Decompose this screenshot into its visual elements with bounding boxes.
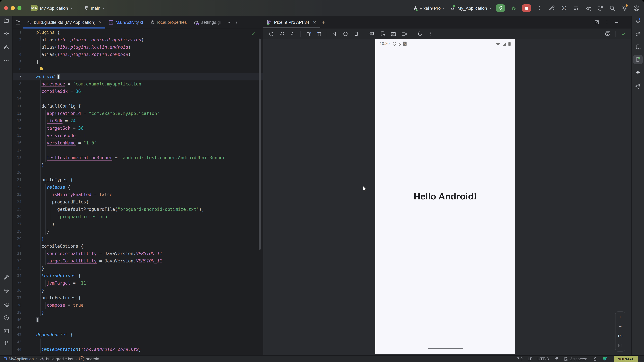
add-device-tab-icon[interactable]: + — [322, 19, 325, 26]
caret-position[interactable]: 7:9 — [517, 357, 522, 361]
code-line[interactable]: 20 — [13, 169, 263, 176]
zoom-actual-size-button[interactable]: 1:1 — [618, 334, 623, 338]
code-line[interactable]: 38 compose = true — [13, 302, 263, 309]
code-line[interactable]: 18 testInstrumentationRunner = "androidx… — [13, 154, 263, 162]
device-settings-icon[interactable] — [378, 30, 387, 38]
code-line[interactable]: 32 targetCompatibility = JavaVersion.VER… — [13, 257, 263, 265]
project-tool-button[interactable] — [13, 16, 23, 28]
code-line[interactable]: 24 proguardFiles( — [13, 198, 263, 206]
code-line[interactable]: 7android { — [13, 73, 263, 80]
code-editor[interactable]: 1plugins {2 alias(libs.plugins.android.a… — [13, 28, 263, 356]
code-line[interactable]: 21 buildTypes { — [13, 176, 263, 184]
zoom-window-button[interactable] — [18, 6, 22, 10]
breadcrumb-module[interactable]: MyApplication — [3, 357, 34, 361]
editor-scrollbar[interactable] — [258, 38, 261, 250]
code-line[interactable]: 22 release { — [13, 184, 263, 191]
rotate-right-icon[interactable] — [314, 30, 323, 38]
notifications-bell-icon[interactable] — [633, 16, 642, 25]
back-icon[interactable] — [330, 30, 339, 38]
code-line[interactable]: 12 applicationId = "com.example.myapplic… — [13, 110, 263, 117]
avatar-icon[interactable] — [632, 4, 640, 12]
code-line[interactable]: 39 } — [13, 309, 263, 317]
commit-icon[interactable] — [2, 29, 11, 38]
code-line[interactable]: 36 } — [13, 287, 263, 294]
indent-widget[interactable]: 2 spaces* — [564, 357, 588, 361]
code-line[interactable]: 9 compileSdk = 36 — [13, 88, 263, 95]
build-icon[interactable] — [548, 4, 556, 12]
logcat-icon[interactable] — [2, 300, 11, 310]
gradle-icon[interactable] — [633, 29, 642, 38]
snippets-icon[interactable] — [368, 30, 376, 38]
reset-icon[interactable] — [416, 30, 424, 38]
file-encoding[interactable]: UTF-8 — [537, 357, 549, 361]
code-line[interactable]: 2 alias(libs.plugins.android.application… — [13, 36, 263, 43]
line-ending[interactable]: LF — [528, 357, 532, 361]
code-line[interactable]: 16 versionName = "1.0" — [13, 139, 263, 147]
code-line[interactable]: 27 ) — [13, 221, 263, 228]
volume-down-icon[interactable] — [288, 30, 297, 38]
ai-off-icon[interactable] — [554, 357, 558, 361]
code-line[interactable]: 13 minSdk = 24 — [13, 117, 263, 125]
zoom-fit-icon[interactable] — [618, 343, 622, 348]
code-line[interactable]: 33 } — [13, 265, 263, 272]
structure-icon[interactable] — [2, 42, 11, 52]
intention-bulb-icon[interactable] — [40, 67, 43, 70]
code-line[interactable]: 23 isMinifyEnabled = false — [13, 191, 263, 198]
code-line[interactable]: 10 — [13, 95, 263, 103]
close-tab-icon[interactable]: ✕ — [98, 20, 102, 25]
search-icon[interactable] — [608, 4, 616, 12]
zoom-in-button[interactable]: + — [619, 315, 622, 319]
close-device-tab-icon[interactable]: ✕ — [313, 20, 316, 25]
rotate-left-icon[interactable] — [304, 30, 312, 38]
close-window-button[interactable] — [4, 6, 8, 10]
inspections-ok-icon[interactable] — [250, 31, 256, 36]
settings-gear-icon[interactable] — [620, 4, 628, 12]
breadcrumb-element[interactable]: λ android — [79, 356, 99, 361]
code-line[interactable]: 1plugins { — [13, 29, 263, 36]
window-controls[interactable] — [4, 6, 22, 10]
unlock-icon[interactable] — [593, 357, 598, 361]
breadcrumb-file[interactable]: build.gradle.kts — [40, 357, 73, 361]
zoom-out-button[interactable]: − — [619, 325, 622, 329]
code-line[interactable]: 17 — [13, 147, 263, 154]
volume-up-icon[interactable] — [278, 30, 286, 38]
profiler-icon[interactable]: A — [560, 4, 568, 12]
code-line[interactable]: 5} — [13, 58, 263, 66]
code-line[interactable]: 19 } — [13, 162, 263, 169]
more-tools-icon[interactable] — [2, 56, 11, 65]
panel-options-kebab-icon[interactable] — [605, 20, 609, 24]
code-line[interactable]: 40} — [13, 317, 263, 324]
gemini-icon[interactable] — [633, 68, 642, 77]
code-line[interactable]: 43 — [13, 339, 263, 346]
vim-mode-badge[interactable]: NORMAL — [614, 356, 638, 362]
emulator-screen[interactable]: 10:20 A — [375, 39, 515, 354]
open-in-window-icon[interactable] — [594, 20, 600, 25]
tab-build-gradle[interactable]: build.gradle.kts (My Application) ✕ — [23, 16, 105, 28]
app-insights-plane-icon[interactable] — [633, 81, 642, 91]
code-line[interactable]: 37 buildFeatures { — [13, 294, 263, 302]
running-devices-icon[interactable] — [633, 55, 642, 64]
code-line[interactable]: 8 namespace = "com.example.myapplication… — [13, 80, 263, 88]
tab-local-properties[interactable]: local.properties — [146, 16, 190, 28]
stop-button[interactable] — [522, 4, 531, 12]
code-line[interactable]: 3 alias(libs.plugins.kotlin.android) — [13, 43, 263, 51]
code-line[interactable]: 4 alias(libs.plugins.kotlin.compose) — [13, 51, 263, 58]
code-line[interactable]: 35 jvmTarget = "11" — [13, 280, 263, 287]
overview-icon[interactable] — [352, 30, 360, 38]
build-hammer-icon[interactable] — [2, 273, 11, 282]
debug-button[interactable] — [510, 4, 517, 12]
code-line[interactable]: 15 versionCode = 1 — [13, 132, 263, 139]
hidden-tabs-chevron-icon[interactable] — [225, 16, 233, 28]
terminal-icon[interactable] — [2, 327, 11, 336]
code-line[interactable]: 26 "proguard-rules.pro" — [13, 213, 263, 221]
power-icon[interactable] — [267, 30, 276, 38]
code-line[interactable]: 11 defaultConfig { — [13, 103, 263, 110]
device-more-kebab-icon[interactable] — [426, 30, 435, 38]
rerun-button[interactable] — [496, 4, 505, 12]
code-line[interactable]: 6 — [13, 66, 263, 73]
apply-changes-icon[interactable] — [584, 4, 592, 12]
project-folder-icon[interactable] — [2, 16, 11, 25]
branch-selector[interactable]: main ▾ — [84, 5, 104, 10]
code-line[interactable]: 34 kotlinOptions { — [13, 272, 263, 280]
code-line[interactable]: 41 — [13, 324, 263, 331]
